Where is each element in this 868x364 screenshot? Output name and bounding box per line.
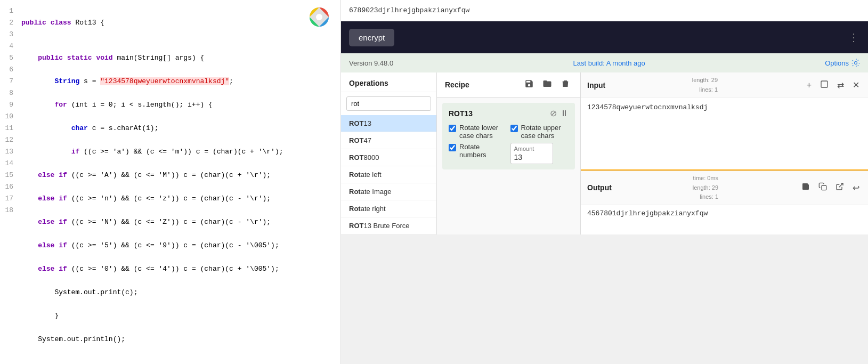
input-lines-label: lines: [699, 86, 715, 93]
recipe-header: Recipe [437, 72, 580, 98]
input-icons: + ⇄ ✕ [805, 79, 862, 92]
save-icon [524, 79, 534, 88]
output-icons: ↩ [799, 181, 862, 194]
output-new-tab-button[interactable] [833, 181, 846, 194]
output-undo-button[interactable]: ↩ [850, 182, 862, 194]
rotate-lower-label[interactable]: Rotate lower case chars [449, 124, 507, 140]
output-time-label: time: [693, 175, 707, 181]
right-panel: 6789023djrlhrejgbpakzianyxfqw encrypt ⋮ … [341, 0, 868, 364]
rot13-card: ROT13 ⊘ ⏸ Rotate lower case chars [442, 103, 575, 169]
io-column: Input length: 29 lines: 1 + ⇄ ✕ [581, 72, 868, 234]
rot13-buttons: ⊘ ⏸ [550, 108, 569, 118]
gear-icon [851, 59, 860, 67]
rot13-disable-button[interactable]: ⊘ [550, 108, 557, 118]
recipe-load-button[interactable] [540, 78, 554, 92]
copy-icon [818, 182, 827, 191]
rotate-upper-checkbox[interactable] [510, 125, 518, 132]
output-lines-value: 1 [715, 193, 718, 200]
input-add-button[interactable]: + [805, 79, 814, 91]
input-meta: length: 29 lines: 1 [692, 76, 718, 94]
code-panel: 1234 5678 9101112 13141516 1718 public c… [0, 0, 341, 364]
input-textarea[interactable] [581, 98, 868, 169]
operations-search[interactable] [346, 96, 431, 111]
input-clear-button[interactable]: ✕ [850, 79, 862, 91]
recipe-clear-button[interactable] [558, 78, 572, 92]
input-swap-button[interactable]: ⇄ [835, 79, 846, 91]
output-meta: time: 0ms length: 29 lines: 1 [693, 174, 718, 202]
folder-icon [542, 79, 552, 88]
operations-list: ROT13 ROT47 ROT8000 Rotate left Rotate I… [341, 115, 436, 234]
amount-field: Amount 13 [510, 143, 553, 164]
svg-rect-2 [821, 81, 828, 87]
amount-value: 13 [514, 153, 549, 161]
input-new-tab-button[interactable] [818, 79, 831, 92]
input-length-value: 29 [711, 77, 718, 83]
rot13-title: ROT13 [449, 109, 473, 118]
output-title: Output [587, 183, 612, 192]
cyber-header: encrypt ⋮ [341, 21, 868, 53]
options-label: Options [825, 59, 849, 67]
version-bar: Version 9.48.0 Last build: A month ago O… [341, 53, 868, 72]
cyber-panel: encrypt ⋮ Version 9.48.0 Last build: A m… [341, 21, 868, 234]
svg-line-4 [839, 183, 843, 187]
logo-icon [309, 6, 330, 28]
rot13-pause-button[interactable]: ⏸ [560, 109, 569, 118]
code-area: 1234 5678 9101112 13141516 1718 public c… [0, 0, 340, 364]
input-length-label: length: [692, 77, 711, 83]
rotate-lower-text: Rotate lower case chars [459, 124, 507, 140]
main-content: Operations ROT13 ROT47 ROT8000 Rotate le… [341, 72, 868, 234]
operations-column: Operations ROT13 ROT47 ROT8000 Rotate le… [341, 72, 437, 234]
op-item-rotate-right[interactable]: Rotate right [341, 200, 436, 217]
svg-point-1 [316, 14, 322, 20]
output-lines-label: lines: [700, 193, 715, 200]
output-copy-button[interactable] [816, 181, 829, 194]
rotate-numbers-label[interactable]: Rotate numbers [449, 143, 507, 159]
output-length-value: 29 [712, 184, 718, 191]
recipe-body: ROT13 ⊘ ⏸ Rotate lower case chars [437, 98, 580, 234]
input-header: Input length: 29 lines: 1 + ⇄ ✕ [581, 72, 868, 98]
output-header: Output time: 0ms length: 29 lines: 1 [581, 171, 868, 205]
rotate-numbers-checkbox[interactable] [449, 144, 456, 151]
encrypt-button[interactable]: encrypt [349, 29, 394, 46]
last-build-text: Last build: A month ago [573, 59, 645, 67]
op-item-rot13-brute[interactable]: ROT13 Brute Force [341, 217, 436, 234]
operations-header: Operations [341, 72, 436, 92]
rotate-numbers-text: Rotate numbers [459, 143, 507, 159]
rotate-upper-text: Rotate upper case chars [521, 124, 569, 140]
trash-icon [561, 79, 570, 88]
output-external-icon [835, 182, 844, 191]
code-content: public class Rot13 { public static void … [19, 5, 340, 359]
recipe-save-button[interactable] [522, 78, 536, 92]
op-item-rot8000[interactable]: ROT8000 [341, 149, 436, 166]
recipe-title: Recipe [445, 80, 469, 89]
input-section: Input length: 29 lines: 1 + ⇄ ✕ [581, 72, 868, 171]
op-item-rotate-image[interactable]: Rotate Image [341, 183, 436, 200]
op-item-rotate-left[interactable]: Rotate left [341, 166, 436, 183]
rotate-lower-checkbox[interactable] [449, 125, 456, 132]
input-lines-value: 1 [715, 86, 718, 93]
recipe-column: Recipe [437, 72, 581, 234]
output-text: 4567801djrlhrejgbpakzianyxfqw [581, 205, 868, 234]
rotate-upper-label[interactable]: Rotate upper case chars [510, 124, 569, 140]
output-section: Output time: 0ms length: 29 lines: 1 [581, 171, 868, 234]
top-output-text: 6789023djrlhrejgbpakzianyxfqw [349, 6, 469, 14]
recipe-icons [522, 78, 572, 92]
line-numbers: 1234 5678 9101112 13141516 1718 [0, 5, 19, 359]
options-button[interactable]: Options [825, 59, 860, 67]
output-time-value: 0ms [707, 175, 718, 181]
new-tab-icon [820, 80, 829, 88]
top-output-bar: 6789023djrlhrejgbpakzianyxfqw [341, 0, 868, 21]
version-text: Version 9.48.0 [349, 59, 393, 67]
op-item-rot13[interactable]: ROT13 [341, 115, 436, 132]
op-item-rot47[interactable]: ROT47 [341, 132, 436, 149]
header-dots: ⋮ [848, 31, 860, 44]
rot13-options: Rotate lower case chars Rotate upper cas… [449, 124, 569, 164]
amount-label: Amount [514, 145, 549, 152]
output-save-button[interactable] [799, 181, 812, 194]
rot13-title-row: ROT13 ⊘ ⏸ [449, 108, 569, 118]
output-save-icon [801, 182, 810, 191]
output-length-label: length: [693, 184, 712, 191]
input-title: Input [587, 81, 605, 90]
svg-rect-3 [822, 185, 826, 190]
